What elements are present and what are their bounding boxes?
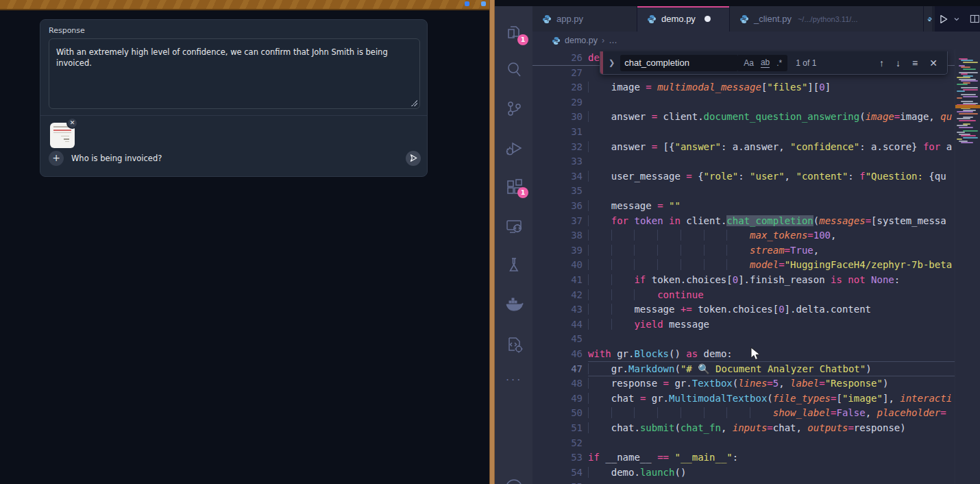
code-line[interactable]: 48 response = gr.Textbox(lines=5, label=…	[532, 376, 980, 391]
code-line[interactable]: 51 chat.submit(chat_fn, inputs=chat, out…	[532, 421, 980, 436]
code-line[interactable]: 52	[532, 436, 980, 451]
line-number[interactable]: 52	[532, 436, 583, 451]
run-debug-icon[interactable]	[504, 137, 524, 158]
code-line[interactable]: 43 message += token.choices[0].delta.con…	[532, 302, 980, 317]
code-line[interactable]: 53if __name__ == "__main__":	[532, 450, 980, 465]
line-number[interactable]: 42	[532, 288, 583, 303]
more-icon[interactable]: ···	[506, 374, 526, 394]
explorer-icon[interactable]: 1	[504, 22, 524, 43]
code-line[interactable]: 39 stream=True,	[532, 243, 980, 258]
line-number[interactable]: 37	[532, 214, 583, 229]
tab-demo-py[interactable]: demo.py	[637, 6, 730, 32]
line-number[interactable]: 44	[532, 317, 583, 332]
extensions-icon[interactable]: 1	[504, 176, 524, 197]
code-line[interactable]: 42 continue	[532, 288, 980, 303]
source-control-icon[interactable]	[504, 98, 524, 119]
regex-icon[interactable]: .*	[776, 58, 782, 68]
code-editor[interactable]: 26de2728 image = multimodal_message["fil…	[532, 49, 980, 484]
line-number[interactable]: 45	[532, 332, 583, 347]
line-number[interactable]: 33	[532, 154, 583, 169]
find-in-selection-icon[interactable]: ≡	[912, 58, 918, 69]
find-widget-sash[interactable]	[600, 51, 603, 74]
line-number[interactable]: 49	[532, 391, 583, 407]
line-number[interactable]: 38	[532, 228, 583, 243]
tab-app-py[interactable]: app.py	[532, 6, 637, 32]
find-next-icon[interactable]: ↓	[896, 58, 901, 69]
code-line[interactable]: 37 for token in client.chat_completion(m…	[532, 214, 980, 229]
code-line[interactable]: 33	[532, 154, 980, 169]
code-line[interactable]: 32 answer = [{"answer": a.answer, "confi…	[532, 140, 980, 155]
find-input[interactable]: chat_completion	[620, 55, 738, 71]
find-expand-chevron-icon[interactable]: ❯	[609, 58, 615, 67]
line-number[interactable]: 43	[532, 302, 583, 317]
remove-attachment-button[interactable]: ✕	[66, 117, 78, 129]
modified-dot-icon[interactable]	[705, 16, 711, 22]
line-number[interactable]: 28	[532, 80, 583, 95]
chat-input-value[interactable]: Who is being invoiced?	[71, 154, 162, 163]
code-line[interactable]: 40 model="HuggingFaceH4/zephyr-7b-beta	[532, 258, 980, 273]
line-number[interactable]: 46	[532, 347, 583, 362]
response-textarea[interactable]: With an extremely high level of confiden…	[49, 38, 420, 109]
line-number[interactable]: 32	[532, 140, 583, 155]
line-number[interactable]: 29	[532, 95, 583, 110]
send-button[interactable]	[406, 151, 421, 166]
line-number[interactable]: 41	[532, 273, 583, 288]
code-line[interactable]: 38 max_tokens=100,	[532, 228, 980, 243]
code-line[interactable]: 41 if token.choices[0].finish_reason is …	[532, 273, 980, 288]
line-number[interactable]: 50	[532, 406, 583, 421]
code-line[interactable]: 49 chat = gr.MultimodalTextbox(file_type…	[532, 391, 980, 407]
code-line[interactable]: 35	[532, 184, 980, 199]
breadcrumb[interactable]: demo.py › …	[532, 32, 980, 49]
minimap[interactable]	[955, 49, 980, 484]
find-previous-icon[interactable]: ↑	[879, 58, 884, 69]
code-line[interactable]: 45	[532, 332, 980, 347]
account-icon[interactable]	[504, 472, 524, 484]
code-line[interactable]: 28 image = multimodal_message["files"][0…	[532, 80, 980, 95]
line-number[interactable]: 40	[532, 258, 583, 273]
code-line[interactable]: 36 message = ""	[532, 199, 980, 214]
run-dropdown-chevron-icon[interactable]	[953, 16, 960, 23]
find-close-icon[interactable]: ✕	[929, 58, 938, 69]
code-line[interactable]: 50 show_label=False, placeholder=	[532, 406, 980, 421]
code-line[interactable]: 47 gr.Markdown("# 🔍 Document Analyzer Ch…	[532, 362, 980, 377]
line-number[interactable]: 39	[532, 243, 583, 258]
testing-icon[interactable]	[504, 254, 524, 275]
code-config-icon[interactable]	[504, 334, 524, 354]
line-number[interactable]: 47	[532, 362, 583, 377]
breadcrumb-more[interactable]: …	[609, 36, 617, 45]
resize-handle-icon[interactable]	[411, 100, 417, 106]
line-number[interactable]: 53	[532, 450, 583, 465]
line-number[interactable]: 35	[532, 184, 583, 199]
code-line[interactable]: 55	[532, 480, 980, 484]
code-line[interactable]: 29	[532, 95, 980, 110]
line-number[interactable]: 30	[532, 110, 583, 125]
add-file-button[interactable]: +	[49, 151, 64, 166]
line-number[interactable]: 36	[532, 199, 583, 214]
docker-icon[interactable]	[504, 294, 524, 315]
code-line[interactable]: 31	[532, 125, 980, 140]
line-number[interactable]: 55	[532, 480, 583, 484]
tab-bar: app.py demo.py _client.py ~	[532, 6, 980, 32]
line-number[interactable]: 51	[532, 421, 583, 436]
line-number[interactable]: 27	[532, 66, 583, 81]
code-line[interactable]: 34 user_message = {"role": "user", "cont…	[532, 169, 980, 184]
line-number[interactable]: 48	[532, 376, 583, 391]
line-number[interactable]: 34	[532, 169, 583, 184]
split-editor-icon[interactable]	[970, 14, 980, 24]
line-number[interactable]: 31	[532, 125, 583, 140]
code-line[interactable]: 30 answer = client.document_question_ans…	[532, 110, 980, 125]
tab-client-py[interactable]: _client.py ~/.../python3.11/...	[730, 6, 924, 32]
code-line[interactable]: 44 yield message	[532, 317, 980, 332]
whole-word-icon[interactable]: ab	[761, 58, 770, 68]
breadcrumb-file[interactable]: demo.py	[565, 36, 598, 45]
code-line[interactable]: 46with gr.Blocks() as demo:	[532, 347, 980, 362]
vscode-titlebar	[495, 0, 980, 6]
run-button-icon[interactable]	[938, 14, 949, 25]
line-number[interactable]: 54	[532, 465, 583, 481]
search-icon[interactable]	[504, 59, 524, 80]
remote-explorer-icon[interactable]	[504, 215, 524, 236]
tab-partial[interactable]	[924, 6, 932, 32]
match-case-icon[interactable]: Aa	[744, 58, 754, 68]
minimap-line	[957, 132, 965, 133]
code-line[interactable]: 54 demo.launch()	[532, 465, 980, 481]
